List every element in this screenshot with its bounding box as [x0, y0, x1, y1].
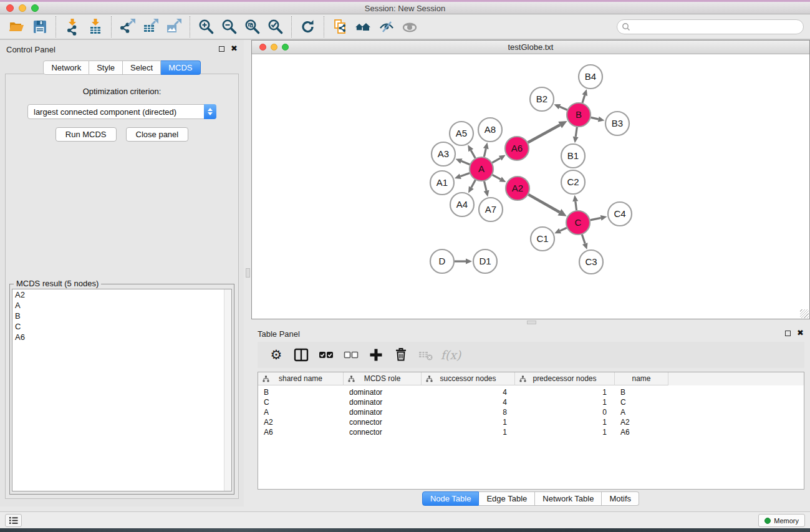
mcds-result-item[interactable]: C [12, 321, 231, 332]
task-history-button[interactable] [5, 514, 22, 527]
table-cell[interactable]: 1 [515, 388, 615, 397]
table-cell[interactable]: A [615, 408, 668, 417]
graph-edge-C-C4[interactable] [591, 215, 607, 221]
mcds-result-item[interactable]: B [12, 311, 231, 321]
mcds-result-item[interactable]: A [12, 300, 231, 311]
home-icon[interactable] [352, 16, 375, 37]
open-session-icon[interactable] [5, 16, 28, 37]
column-header-predecessor-nodes[interactable]: predecessor nodes [515, 372, 615, 385]
graph-edge-B-B2[interactable] [554, 104, 567, 110]
table-row[interactable]: Cdominator41C [258, 397, 804, 407]
apply-preferred-layout-icon[interactable] [296, 16, 319, 37]
network-graph[interactable]: B4B2BB3A5A8A6A3B1AA1C2A2A4A7C4CC1C3DD1 [252, 54, 809, 319]
mcds-result-item[interactable]: A2 [12, 289, 231, 300]
table-cell[interactable]: connector [344, 418, 422, 427]
dropdown-spinner-icon[interactable] [204, 104, 216, 119]
zoom-selected-region-icon[interactable] [264, 16, 287, 37]
graph-node-A5[interactable]: A5 [450, 122, 473, 145]
import-table-from-file-icon[interactable] [84, 16, 107, 37]
graph-edge-C-C2[interactable] [572, 195, 578, 210]
table-cell[interactable]: 1 [422, 418, 515, 427]
delete-columns-icon[interactable] [390, 344, 412, 365]
graph-node-A4[interactable]: A4 [450, 193, 474, 216]
tab-network[interactable]: Network [43, 60, 89, 75]
zoom-in-icon[interactable] [195, 16, 218, 37]
table-row[interactable]: Adominator80A [258, 407, 804, 417]
graph-node-B[interactable]: B [567, 103, 591, 127]
table-cell[interactable]: 4 [422, 398, 515, 407]
show-graphics-details-icon[interactable] [398, 16, 421, 37]
table-cell[interactable]: 1 [515, 398, 615, 407]
graph-edge-A-A5[interactable] [468, 145, 475, 158]
network-window-titlebar[interactable]: testGlobe.txt [252, 41, 809, 54]
graph-edge-A-A8[interactable] [483, 142, 489, 157]
tab-motifs[interactable]: Motifs [602, 491, 639, 506]
graph-node-B3[interactable]: B3 [605, 112, 629, 135]
column-header-name[interactable]: name [615, 372, 668, 385]
graph-node-C1[interactable]: C1 [531, 227, 554, 251]
graph-node-A8[interactable]: A8 [478, 118, 502, 142]
column-header-successor-nodes[interactable]: successor nodes [422, 372, 515, 385]
table-cell[interactable]: C [615, 398, 668, 407]
table-cell[interactable]: A2 [258, 418, 344, 427]
optimization-criterion-dropdown[interactable]: largest connected component (directed) [27, 104, 216, 119]
network-from-file-icon[interactable] [329, 16, 352, 37]
graph-edge-D-D1[interactable] [455, 259, 472, 264]
table-cell[interactable]: 1 [515, 418, 615, 427]
graph-node-C2[interactable]: C2 [561, 170, 585, 194]
show-columns-icon[interactable] [290, 344, 312, 365]
search-input[interactable] [630, 21, 803, 33]
graph-edge-A-A4[interactable] [468, 180, 475, 193]
graph-edge-B-B4[interactable] [582, 89, 587, 103]
tab-edge-table[interactable]: Edge Table [479, 491, 535, 506]
graph-edge-C-C3[interactable] [582, 235, 587, 249]
list-scrollbar[interactable] [224, 289, 231, 491]
deselect-all-icon[interactable] [340, 344, 362, 365]
table-cell[interactable]: dominator [344, 388, 422, 397]
graph-edge-A2-C[interactable] [528, 195, 566, 216]
table-cell[interactable]: B [615, 388, 668, 397]
graph-edge-A-A7[interactable] [484, 181, 489, 196]
close-panel-button[interactable]: Close panel [126, 127, 189, 142]
graph-edge-A-A6[interactable] [492, 155, 506, 163]
add-column-icon[interactable] [365, 344, 387, 365]
table-cell[interactable]: 1 [515, 428, 615, 437]
column-header-MCDS-role[interactable]: MCDS role [344, 372, 422, 385]
graph-edge-B-B3[interactable] [591, 117, 605, 122]
graph-node-B1[interactable]: B1 [561, 144, 585, 168]
save-session-icon[interactable] [28, 16, 51, 37]
export-network-icon[interactable] [116, 16, 139, 37]
hide-graphics-details-icon[interactable] [375, 16, 398, 37]
tab-node-table[interactable]: Node Table [422, 491, 480, 506]
graph-node-A3[interactable]: A3 [432, 142, 455, 166]
tab-select[interactable]: Select [123, 60, 161, 75]
graph-edge-A-A2[interactable] [493, 175, 506, 182]
table-row[interactable]: Bdominator41B [258, 387, 804, 397]
table-cell[interactable]: A6 [615, 428, 668, 437]
table-cell[interactable]: 1 [422, 428, 515, 437]
graph-node-A7[interactable]: A7 [479, 198, 503, 221]
tab-network-table[interactable]: Network Table [535, 491, 602, 506]
zoom-out-icon[interactable] [218, 16, 241, 37]
mcds-result-list[interactable]: A2ABCA6 [12, 289, 232, 491]
table-cell[interactable]: 8 [422, 408, 515, 417]
node-table[interactable]: shared nameMCDS rolesuccessor nodesprede… [258, 372, 804, 490]
float-panel-icon[interactable] [219, 46, 224, 52]
table-cell[interactable]: 4 [422, 388, 515, 397]
tab-mcds[interactable]: MCDS [161, 60, 200, 75]
graph-node-C4[interactable]: C4 [608, 202, 632, 226]
table-cell[interactable]: 0 [515, 408, 615, 417]
graph-node-B4[interactable]: B4 [579, 65, 602, 89]
table-cell[interactable]: dominator [344, 398, 422, 407]
table-cell[interactable]: dominator [344, 408, 422, 417]
mcds-result-item[interactable]: A6 [12, 332, 231, 342]
graph-edge-A-A3[interactable] [456, 158, 470, 165]
graph-edge-A-A1[interactable] [455, 173, 470, 179]
resize-grip-icon[interactable] [800, 309, 809, 318]
window-titlebar[interactable]: Session: New Session [0, 2, 810, 14]
graph-edge-A6-B[interactable] [528, 121, 567, 142]
graph-node-A6[interactable]: A6 [505, 137, 529, 160]
float-table-panel-icon[interactable] [785, 331, 791, 336]
memory-button[interactable]: Memory [758, 514, 805, 527]
graph-node-C[interactable]: C [566, 211, 590, 235]
